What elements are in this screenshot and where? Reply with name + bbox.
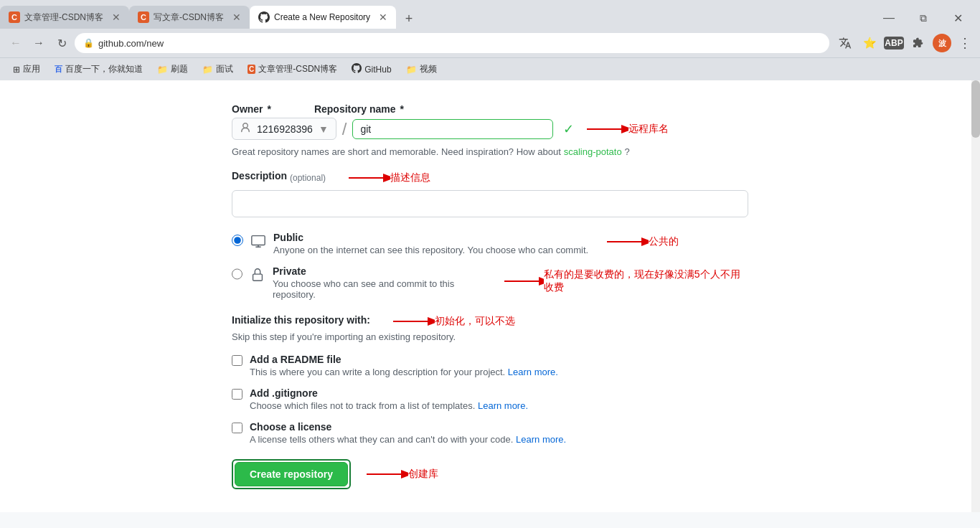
owner-value: 1216928396 (257, 123, 313, 135)
description-label: Description (232, 170, 287, 182)
repo-name-valid-icon: ✓ (563, 121, 574, 137)
readme-details: Add a README file This is where you can … (250, 354, 558, 377)
remote-repo-annotation: 远程库名 (585, 122, 669, 136)
user-avatar[interactable]: 波 (933, 34, 951, 52)
forward-button[interactable]: → (29, 33, 49, 53)
create-btn-row: Create repository 创建库 (232, 459, 748, 489)
repo-name-label: Repository name (314, 103, 396, 115)
browser-chrome: C 文章管理-CSDN博客 ✕ C 写文章-CSDN博客 ✕ Create a … (0, 0, 980, 80)
init-subtitle: Skip this step if you're importing an ex… (232, 331, 748, 342)
suggestion-link[interactable]: scaling-potato (564, 146, 622, 157)
tab-favicon-github (258, 11, 270, 23)
owner-label: Owner (232, 103, 263, 115)
arrow-init-icon (392, 314, 435, 329)
tab-csdn-article[interactable]: C 文章管理-CSDN博客 ✕ (0, 6, 129, 29)
create-repository-button[interactable]: Create repository (235, 462, 348, 486)
tab-bar: C 文章管理-CSDN博客 ✕ C 写文章-CSDN博客 ✕ Create a … (0, 0, 980, 29)
create-btn-wrapper: Create repository (232, 459, 351, 489)
public-title: Public (273, 232, 588, 243)
arrow-private-icon (503, 274, 544, 288)
minimize-button[interactable]: — (872, 7, 905, 29)
readme-checkbox[interactable] (232, 355, 242, 366)
address-text: github.com/new (98, 38, 164, 49)
bookmark-video[interactable]: 📁 视频 (402, 62, 441, 77)
tab-close-csdn1[interactable]: ✕ (112, 12, 121, 22)
license-learn-more-link[interactable]: Learn more. (516, 434, 566, 445)
public-option-row: Public Anyone on the internet can see th… (232, 232, 748, 255)
private-option-details: Private You choose who can see and commi… (273, 265, 486, 300)
create-annotation: 创建库 (365, 467, 438, 481)
extensions-icon[interactable] (908, 33, 928, 53)
public-annotation: 公共的 (606, 235, 679, 249)
menu-button[interactable]: ⋮ (956, 32, 974, 54)
form-container: Owner * Repository name * 1216928396 ▼ (217, 80, 763, 512)
private-radio[interactable] (232, 268, 242, 280)
public-desc: Anyone on the internet can see this repo… (273, 245, 588, 255)
arrow-remote-repo-icon (585, 122, 628, 136)
description-annotation: 描述信息 (347, 171, 430, 185)
scrollbar-track[interactable] (971, 80, 980, 512)
private-annotation: 私有的是要收费的，现在好像没满5个人不用收费 (503, 268, 748, 294)
back-button[interactable]: ← (6, 33, 26, 53)
translate-icon[interactable] (835, 33, 855, 53)
public-radio[interactable] (232, 235, 243, 246)
private-icon (250, 267, 265, 285)
description-input[interactable] (232, 190, 748, 217)
gitignore-row: Add .gitignore Choose which files not to… (232, 387, 748, 411)
toolbar-actions: ⭐ ABP 波 ⋮ (835, 32, 974, 54)
bookmark-github[interactable]: GitHub (347, 62, 395, 77)
description-optional: (optional) (290, 173, 326, 183)
adblocker-icon[interactable]: ABP (884, 37, 904, 50)
tab-label-csdn1: 文章管理-CSDN博客 (24, 11, 103, 24)
baidu-icon: 百 (55, 64, 62, 75)
public-option: Public Anyone on the internet can see th… (232, 232, 588, 255)
close-button[interactable]: ✕ (941, 7, 974, 29)
readme-desc: This is where you can write a long descr… (250, 367, 558, 377)
new-tab-button[interactable]: + (399, 9, 419, 29)
tab-close-github[interactable]: ✕ (379, 12, 387, 22)
repo-name-input[interactable] (352, 119, 553, 139)
description-input-container (232, 190, 748, 217)
public-option-details: Public Anyone on the internet can see th… (273, 232, 588, 255)
repo-name-label-container: Repository name * (314, 103, 404, 115)
star-icon[interactable]: ⭐ (859, 33, 880, 53)
gitignore-checkbox[interactable] (232, 389, 242, 400)
bookmark-leetcode[interactable]: 📁 刷题 (153, 62, 192, 77)
restore-button[interactable]: ⧉ (907, 7, 940, 29)
gitignore-learn-more-link[interactable]: Learn more. (478, 400, 528, 411)
create-annotation-label: 创建库 (408, 468, 438, 481)
csdn-icon: C (248, 65, 255, 74)
page-content: Owner * Repository name * 1216928396 ▼ (0, 80, 980, 512)
bookmark-csdn[interactable]: C 文章管理-CSDN博客 (243, 62, 341, 77)
tab-label-csdn2: 写文章-CSDN博客 (154, 11, 224, 24)
bookmark-interview[interactable]: 📁 面试 (198, 62, 237, 77)
gitignore-desc: Choose which files not to track from a l… (250, 400, 528, 411)
owner-dropdown-icon: ▼ (319, 123, 329, 135)
tab-csdn-write[interactable]: C 写文章-CSDN博客 ✕ (129, 6, 250, 29)
public-annotation-label: 公共的 (649, 235, 679, 248)
svg-rect-7 (253, 274, 263, 280)
address-bar[interactable]: 🔒 github.com/new (75, 33, 829, 53)
repo-name-required: * (400, 103, 403, 115)
license-row: Choose a license A license tells others … (232, 421, 748, 445)
init-annotation: 初始化，可以不选 (392, 314, 515, 329)
bookmark-baidu[interactable]: 百 百度一下，你就知道 (50, 62, 147, 77)
bookmark-apps[interactable]: ⊞ 应用 (9, 62, 44, 77)
visibility-section: Public Anyone on the internet can see th… (232, 232, 748, 300)
description-label-row: Description (optional) 描述信息 (232, 170, 748, 186)
apps-grid-icon: ⊞ (13, 65, 20, 75)
suggestion-row: Great repository names are short and mem… (232, 146, 748, 157)
gitignore-details: Add .gitignore Choose which files not to… (250, 387, 528, 411)
browser-toolbar: ← → ↻ 🔒 github.com/new ⭐ ABP 波 ⋮ (0, 29, 980, 57)
license-checkbox[interactable] (232, 423, 242, 433)
license-label: Choose a license (250, 421, 566, 433)
refresh-button[interactable]: ↻ (52, 33, 72, 53)
folder-icon-3: 📁 (406, 65, 417, 75)
tab-github-new-repo[interactable]: Create a New Repository ✕ (250, 6, 396, 29)
arrow-description-icon (347, 171, 390, 185)
owner-selector[interactable]: 1216928396 ▼ (232, 118, 336, 140)
scrollbar-thumb[interactable] (971, 80, 980, 138)
tab-close-csdn2[interactable]: ✕ (232, 12, 241, 22)
readme-learn-more-link[interactable]: Learn more. (508, 367, 558, 377)
public-icon (250, 233, 266, 251)
